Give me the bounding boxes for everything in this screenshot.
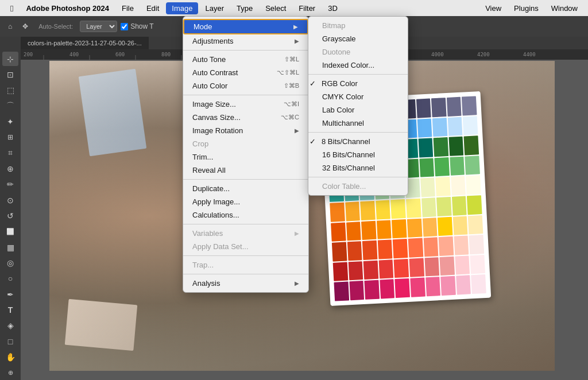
mode-menu-item[interactable]: Mode ▶ xyxy=(183,19,308,34)
eraser-tool[interactable]: ⬜ xyxy=(2,224,18,239)
cmyk-color-label: CMYK Color xyxy=(322,92,363,101)
eyedropper-tool[interactable]: ⌗ xyxy=(2,146,18,160)
swatch-cell xyxy=(418,138,433,158)
path-select-tool[interactable]: ◈ xyxy=(2,319,18,333)
brush-tool[interactable]: ✏ xyxy=(2,177,18,192)
16bit-item[interactable]: 16 Bits/Channel xyxy=(308,148,408,161)
trim-label: Trim... xyxy=(192,153,213,161)
swatch-cell xyxy=(380,280,394,299)
crop-tool[interactable]: ⊞ xyxy=(2,130,18,145)
analysis-item[interactable]: Analysis ▶ xyxy=(183,277,308,290)
artboard-tool[interactable]: ⊡ xyxy=(2,67,18,82)
show-transform-checkbox[interactable] xyxy=(121,23,128,30)
auto-select-dropdown[interactable]: Layer Group xyxy=(80,21,117,32)
home-icon[interactable]: ⌂ xyxy=(5,21,16,32)
swatch-cell xyxy=(394,259,409,278)
auto-contrast-item[interactable]: Auto Contrast ⌥⇧⌘L xyxy=(183,66,308,79)
layer-menu[interactable]: Layer xyxy=(199,2,230,14)
3d-menu[interactable]: 3D xyxy=(322,2,343,14)
type-menu[interactable]: Type xyxy=(231,2,258,14)
app-name-menu[interactable]: Adobe Photoshop 2024 xyxy=(20,2,114,14)
grayscale-item[interactable]: Grayscale xyxy=(308,32,408,45)
history-brush-tool[interactable]: ↺ xyxy=(2,208,18,223)
filter-menu[interactable]: Filter xyxy=(293,2,321,14)
dodge-tool[interactable]: ○ xyxy=(2,272,18,286)
pen-tool[interactable]: ✒ xyxy=(2,287,18,301)
reveal-all-item[interactable]: Reveal All xyxy=(183,164,308,177)
canvas-size-item[interactable]: Canvas Size... ⌥⌘C xyxy=(183,111,308,124)
left-toolbar: ⊹ ⊡ ⬚ ⌒ ✦ ⊞ ⌗ ⊕ ✏ ⊙ ↺ ⬜ ▦ ◎ ○ ✒ T ◈ □ ✋ … xyxy=(0,49,21,380)
swatch-cell xyxy=(464,135,479,155)
swatch-cell xyxy=(465,156,480,175)
menu-divider-5 xyxy=(183,255,308,256)
move-tool[interactable]: ⊹ xyxy=(2,52,18,66)
type-tool[interactable]: T xyxy=(2,303,18,317)
swatch-cell xyxy=(451,176,466,196)
8bit-item[interactable]: 8 Bits/Channel xyxy=(308,135,408,148)
adjustments-menu-item[interactable]: Adjustments ▶ xyxy=(183,34,308,48)
image-size-item[interactable]: Image Size... ⌥⌘I xyxy=(183,98,308,111)
swatch-cell xyxy=(462,96,477,115)
select-menu[interactable]: Select xyxy=(260,2,292,14)
swatch-cell xyxy=(361,220,376,240)
window-menu[interactable]: Window xyxy=(546,2,583,14)
edit-menu[interactable]: Edit xyxy=(141,2,165,14)
move-tool-icon[interactable]: ✥ xyxy=(19,21,32,32)
apply-image-item[interactable]: Apply Image... xyxy=(183,195,308,208)
swatch-cell xyxy=(467,195,482,215)
image-menu-trigger[interactable]: Image xyxy=(166,2,198,14)
show-transform-label[interactable]: Show T xyxy=(121,22,153,30)
swatch-cell xyxy=(453,216,468,235)
apple-menu[interactable]:  xyxy=(5,3,19,13)
indexed-color-label: Indexed Color... xyxy=(322,61,374,69)
blur-tool[interactable]: ◎ xyxy=(2,255,18,270)
calculations-item[interactable]: Calculations... xyxy=(183,208,308,222)
clone-tool[interactable]: ⊙ xyxy=(2,193,18,207)
color-table-label: Color Table... xyxy=(322,182,366,191)
swatch-cell xyxy=(438,216,452,236)
gradient-tool[interactable]: ▦ xyxy=(2,240,18,254)
view-menu[interactable]: View xyxy=(479,2,507,14)
zoom-tool[interactable]: ⊕ xyxy=(2,366,18,380)
swatch-cell xyxy=(440,257,455,276)
image-size-label: Image Size... xyxy=(192,100,236,108)
document-tab[interactable]: colors-in-palette-2023-11-27-05-00-26-..… xyxy=(21,37,149,49)
shape-tool[interactable]: □ xyxy=(2,334,18,348)
swatch-cell xyxy=(410,278,425,297)
quick-select-tool[interactable]: ✦ xyxy=(2,114,18,129)
auto-contrast-shortcut: ⌥⇧⌘L xyxy=(277,69,299,76)
auto-tone-shortcut: ⇧⌘L xyxy=(284,56,299,63)
menubar:  Adobe Photoshop 2024 File Edit Image L… xyxy=(0,0,588,16)
plugins-menu[interactable]: Plugins xyxy=(508,2,544,14)
swatch-cell xyxy=(331,222,346,242)
swatch-cell xyxy=(333,262,348,281)
marquee-tool[interactable]: ⬚ xyxy=(2,83,18,98)
trap-item: Trap... xyxy=(183,258,308,272)
hand-tool[interactable]: ✋ xyxy=(2,350,18,364)
swatch-cell xyxy=(347,241,362,261)
swatch-cell xyxy=(376,200,390,219)
rgb-color-item[interactable]: RGB Color xyxy=(308,77,408,90)
trim-item[interactable]: Trim... xyxy=(183,150,308,164)
apply-image-label: Apply Image... xyxy=(192,197,240,206)
multichannel-item[interactable]: Multichannel xyxy=(308,117,408,130)
swatch-cell xyxy=(431,98,446,117)
swatch-cell xyxy=(450,156,465,176)
32bit-item[interactable]: 32 Bits/Channel xyxy=(308,161,408,175)
cmyk-color-item[interactable]: CMYK Color xyxy=(308,90,408,103)
lab-color-item[interactable]: Lab Color xyxy=(308,103,408,117)
image-rotation-label: Image Rotation xyxy=(192,126,243,135)
indexed-color-item[interactable]: Indexed Color... xyxy=(308,59,408,72)
auto-color-item[interactable]: Auto Color ⇧⌘B xyxy=(183,79,308,92)
file-menu[interactable]: File xyxy=(116,2,140,14)
image-rotation-item[interactable]: Image Rotation ▶ xyxy=(183,124,308,137)
swatch-cell xyxy=(470,255,485,274)
rgb-color-label: RGB Color xyxy=(322,79,358,88)
heal-tool[interactable]: ⊕ xyxy=(2,161,18,176)
menu-divider-6 xyxy=(183,274,308,274)
auto-tone-item[interactable]: Auto Tone ⇧⌘L xyxy=(183,53,308,66)
lasso-tool[interactable]: ⌒ xyxy=(2,99,18,113)
show-t-label: Show T xyxy=(130,22,153,30)
duplicate-item[interactable]: Duplicate... xyxy=(183,182,308,195)
swatch-cell xyxy=(407,218,422,238)
